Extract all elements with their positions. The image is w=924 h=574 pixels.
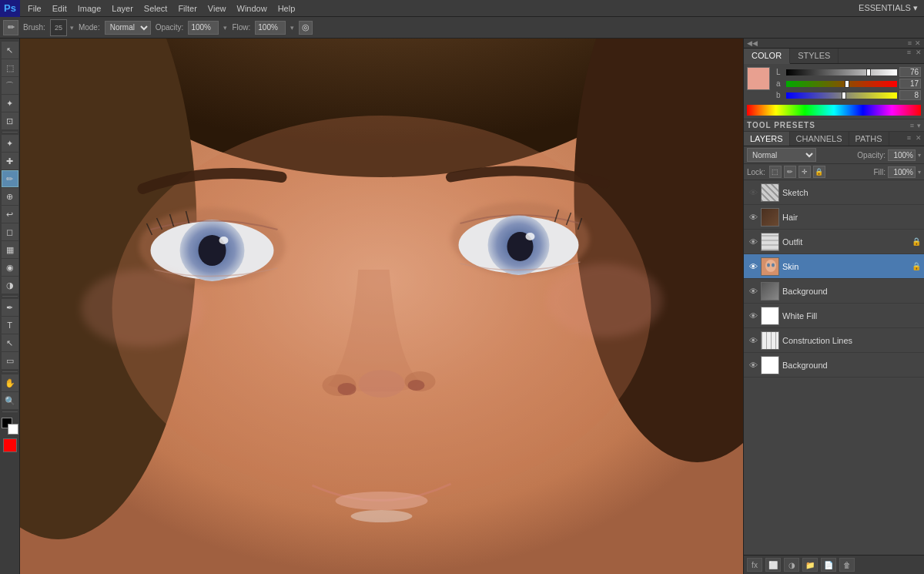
opacity-input[interactable]	[188, 21, 219, 35]
panel-collapse-left[interactable]: ◀◀	[747, 39, 758, 47]
layer-adjustment-button[interactable]: ◑	[784, 558, 799, 572]
slider-a-thumb[interactable]	[845, 80, 849, 88]
fill-input[interactable]	[888, 166, 916, 178]
tool-brush[interactable]: ✏	[2, 170, 18, 187]
color-panel-close[interactable]: ✕	[913, 49, 924, 63]
slider-b-track[interactable]	[786, 92, 897, 99]
layer-vis-const-lines[interactable]: 👁	[747, 336, 759, 345]
tool-crop[interactable]: ⊡	[2, 112, 18, 129]
layer-new-button[interactable]: 📄	[821, 558, 836, 572]
menu-help[interactable]: Help	[273, 2, 300, 15]
mode-select[interactable]: Normal Multiply Screen	[105, 21, 151, 35]
layer-vis-bg-bottom[interactable]: 👁	[747, 361, 759, 370]
menu-layer[interactable]: Layer	[107, 2, 138, 15]
layers-panel-close-icon[interactable]: ✕	[913, 132, 924, 146]
tab-color[interactable]: COLOR	[744, 49, 790, 64]
fill-arrow-icon[interactable]: ▾	[918, 169, 921, 176]
menu-filter[interactable]: Filter	[173, 2, 201, 15]
layers-panel-menu-icon[interactable]: ≡	[905, 132, 913, 146]
slider-l-value[interactable]	[899, 67, 921, 77]
panel-close-icon[interactable]: ✕	[915, 39, 921, 47]
tool-presets-collapse-icon[interactable]: ▾	[917, 122, 921, 129]
tool-gradient[interactable]: ▦	[2, 241, 18, 258]
tool-heal[interactable]: ✚	[2, 153, 18, 170]
layer-white-fill[interactable]: 👁 White Fill	[744, 304, 924, 328]
tool-blur[interactable]: ◉	[2, 259, 18, 276]
layer-construction-lines[interactable]: 👁 Construction Lines	[744, 328, 924, 353]
lock-transparent-btn[interactable]: ⬚	[769, 166, 782, 178]
layer-skin[interactable]: 👁 Skin 🔒	[744, 254, 924, 279]
layer-vis-sketch[interactable]: 👁	[747, 188, 759, 197]
airbrush-icon[interactable]: ◎	[299, 21, 313, 35]
tool-hand[interactable]: ✋	[2, 374, 18, 391]
tool-history[interactable]: ↩	[2, 206, 18, 223]
layer-bg-bottom[interactable]: 👁 Background	[744, 353, 924, 378]
slider-l-thumb[interactable]	[866, 69, 871, 76]
tab-paths[interactable]: PATHS	[849, 132, 889, 146]
color-swatch[interactable]	[2, 418, 18, 435]
panel-menu-icon[interactable]: ≡	[908, 39, 912, 47]
flow-input[interactable]	[255, 21, 286, 35]
tool-eraser[interactable]: ◻	[2, 223, 18, 240]
brush-tool-icon[interactable]: ✏	[3, 20, 18, 35]
tool-shape[interactable]: ▭	[2, 352, 18, 369]
layer-hair[interactable]: 👁 Hair	[744, 205, 924, 230]
tool-zoom[interactable]: 🔍	[2, 392, 18, 409]
menu-edit[interactable]: Edit	[48, 2, 72, 15]
layer-vis-outfit[interactable]: 👁	[747, 237, 759, 247]
canvas-area[interactable]	[20, 39, 743, 574]
layer-mask-button[interactable]: ⬜	[765, 558, 781, 572]
tool-type[interactable]: T	[2, 317, 18, 334]
opacity-input[interactable]	[888, 149, 916, 161]
slider-l-track[interactable]	[786, 69, 897, 76]
color-spectrum[interactable]	[747, 105, 921, 116]
tool-path-select[interactable]: ↖	[2, 334, 18, 351]
menu-window[interactable]: Window	[233, 2, 272, 15]
lock-position-btn[interactable]: ✛	[798, 166, 811, 178]
brush-preview[interactable]: 25	[50, 19, 67, 36]
layer-group-button[interactable]: 📁	[802, 558, 818, 572]
tool-move[interactable]: ↖	[2, 42, 18, 59]
color-panel-menu[interactable]: ≡	[905, 49, 913, 63]
tab-channels[interactable]: CHANNELS	[790, 132, 849, 146]
tool-clone[interactable]: ⊕	[2, 188, 18, 205]
quick-mask-icon[interactable]	[3, 438, 17, 452]
slider-a-value[interactable]	[899, 79, 921, 89]
tab-styles[interactable]: STYLES	[790, 49, 839, 63]
menu-file[interactable]: File	[23, 2, 46, 15]
layer-vis-skin[interactable]: 👁	[747, 262, 759, 271]
tool-eyedropper[interactable]: ✦	[2, 135, 18, 152]
color-bar-row	[744, 103, 924, 119]
slider-b-thumb[interactable]	[842, 92, 846, 99]
layer-vis-white-fill[interactable]: 👁	[747, 311, 759, 321]
tool-lasso[interactable]: ⌒	[2, 77, 18, 94]
tool-magic-wand[interactable]: ✦	[2, 95, 18, 112]
menu-view[interactable]: View	[203, 2, 231, 15]
layer-bg[interactable]: 👁 Background	[744, 279, 924, 304]
color-preview-swatch[interactable]	[747, 67, 770, 90]
layer-delete-button[interactable]: 🗑	[839, 558, 855, 572]
tool-presets-menu-icon[interactable]: ≡	[910, 122, 914, 129]
background-color[interactable]	[8, 424, 18, 435]
menu-select[interactable]: Select	[139, 2, 172, 15]
slider-a-track[interactable]	[786, 81, 897, 87]
tab-layers[interactable]: LAYERS	[744, 132, 790, 146]
opacity-arrow-icon[interactable]: ▾	[918, 152, 921, 159]
layer-fx-button[interactable]: fx	[747, 558, 762, 572]
layer-vis-hair[interactable]: 👁	[747, 213, 759, 222]
layer-name-bg: Background	[782, 287, 921, 296]
tool-marquee[interactable]: ⬚	[2, 59, 18, 76]
layer-sketch[interactable]: 👁 Sketch	[744, 180, 924, 205]
layer-vis-bg[interactable]: 👁	[747, 287, 759, 296]
layer-outfit[interactable]: 👁 Outfit 🔒	[744, 230, 924, 254]
lock-image-btn[interactable]: ✏	[784, 166, 796, 178]
skin-thumb-img	[762, 258, 779, 276]
tool-presets-panel: TOOL PRESETS ≡ ▾	[744, 119, 924, 132]
blend-mode-select[interactable]: Normal Multiply Screen Overlay	[747, 148, 816, 162]
tool-pen[interactable]: ✒	[2, 299, 18, 316]
lock-all-btn[interactable]: 🔒	[813, 166, 825, 178]
tool-dodge[interactable]: ◑	[2, 277, 18, 294]
slider-b-value[interactable]	[899, 90, 921, 100]
menu-image[interactable]: Image	[73, 2, 106, 15]
essentials-label[interactable]: ESSENTIALS ▾	[859, 3, 918, 13]
